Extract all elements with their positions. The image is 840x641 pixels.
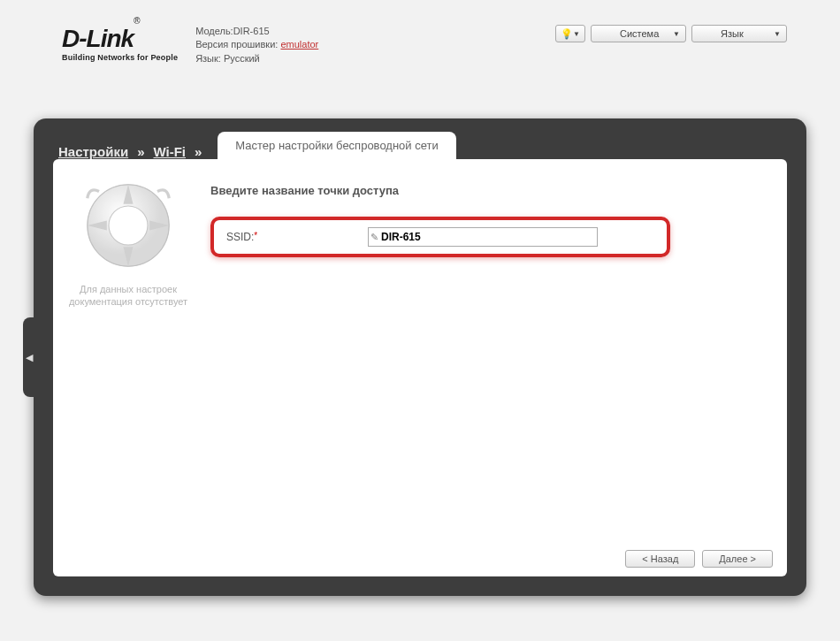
- breadcrumb-wifi[interactable]: Wi-Fi: [148, 144, 191, 159]
- logo-tagline: Building Networks for People: [62, 53, 178, 62]
- tab-active: Мастер настройки беспроводной сети: [218, 132, 455, 159]
- form-area: Введите название точки доступа SSID:* ✎ …: [203, 159, 787, 576]
- lifesaver-icon: [80, 177, 177, 274]
- lightbulb-icon: 💡: [561, 28, 573, 40]
- tab-bar: Настройки » Wi-Fi » Мастер настройки бес…: [53, 118, 787, 159]
- next-button[interactable]: Далее >: [702, 550, 773, 568]
- ssid-highlight: SSID:* ✎: [210, 217, 670, 257]
- ssid-input[interactable]: [381, 231, 595, 243]
- back-button[interactable]: < Назад: [625, 550, 695, 568]
- firmware-link[interactable]: emulator: [280, 39, 318, 50]
- content-area: Для данных настроек документация отсутст…: [53, 159, 787, 576]
- edit-icon: ✎: [370, 232, 378, 243]
- section-title: Введите название точки доступа: [210, 184, 766, 197]
- breadcrumb-sep: »: [191, 144, 205, 159]
- chevron-down-icon: ▼: [774, 30, 781, 38]
- language-dropdown[interactable]: Язык ▼: [691, 25, 787, 42]
- header-bar: D-Link® Building Networks for People Мод…: [0, 0, 840, 65]
- help-text: Для данных настроек документация отсутст…: [64, 283, 193, 309]
- breadcrumb-settings[interactable]: Настройки: [53, 144, 134, 159]
- device-info: Модель:DIR-615 Версия прошивки: emulator…: [195, 25, 318, 65]
- help-sidebar: Для данных настроек документация отсутст…: [53, 159, 203, 576]
- chevron-down-icon: ▼: [673, 30, 680, 38]
- chevron-down-icon: ▼: [573, 30, 580, 38]
- ssid-input-wrap[interactable]: ✎: [368, 227, 598, 247]
- main-panel: ◀ Настройки » Wi-Fi » Мастер настройки б…: [34, 118, 806, 596]
- wizard-nav: < Назад Далее >: [625, 550, 773, 568]
- chevron-left-icon: ◀: [26, 352, 33, 363]
- svg-point-1: [109, 206, 148, 245]
- system-dropdown[interactable]: Система ▼: [591, 25, 686, 42]
- breadcrumb-sep: »: [134, 144, 148, 159]
- collapse-handle[interactable]: ◀: [23, 317, 35, 397]
- logo: D-Link®: [62, 25, 178, 53]
- ssid-label: SSID:*: [226, 231, 368, 243]
- logo-block: D-Link® Building Networks for People Мод…: [62, 25, 318, 65]
- hint-button[interactable]: 💡 ▼: [555, 25, 585, 42]
